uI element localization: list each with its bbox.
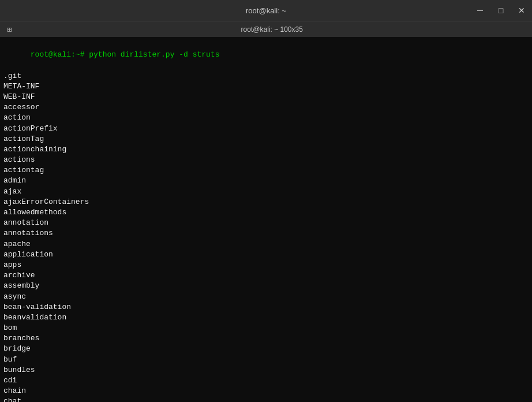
- list-item: accessor: [3, 102, 529, 113]
- prompt-line: root@kali:~# python dirlister.py -d stru…: [31, 50, 220, 59]
- list-item: buf: [3, 355, 529, 365]
- list-item: .git: [3, 71, 529, 81]
- list-item: action: [3, 113, 529, 123]
- list-item: chain: [3, 386, 529, 396]
- terminal-content: root@kali:~# python dirlister.py -d stru…: [3, 39, 529, 402]
- terminal-body[interactable]: root@kali:~# python dirlister.py -d stru…: [0, 37, 532, 402]
- list-item: branches: [3, 333, 529, 344]
- title-bar: root@kali: ~ ─ □ ✕: [0, 0, 532, 21]
- list-item: allowedmethods: [3, 207, 529, 218]
- list-item: annotations: [3, 228, 529, 239]
- list-item: apps: [3, 260, 529, 270]
- list-item: beanvalidation: [3, 312, 529, 323]
- close-button[interactable]: ✕: [511, 0, 532, 21]
- list-item: actionchaining: [3, 144, 529, 155]
- list-item: cdi: [3, 375, 529, 386]
- list-item: ajaxErrorContainers: [3, 197, 529, 207]
- list-item: bean-validation: [3, 302, 529, 312]
- list-item: bundles: [3, 365, 529, 375]
- maximize-button[interactable]: □: [490, 0, 511, 21]
- list-item: annotation: [3, 218, 529, 228]
- terminal-lines: .gitMETA-INFWEB-INFaccessoractionactionP…: [3, 71, 529, 402]
- menu-icon: ⊞: [5, 24, 14, 35]
- list-item: chat: [3, 396, 529, 402]
- menu-bar: ⊞ root@kali: ~ 100x35: [0, 21, 532, 37]
- window-title: root@kali: ~: [246, 6, 286, 15]
- list-item: assembly: [3, 281, 529, 291]
- list-item: actions: [3, 155, 529, 165]
- list-item: apache: [3, 239, 529, 250]
- list-item: WEB-INF: [3, 92, 529, 102]
- list-item: async: [3, 292, 529, 302]
- window-controls: ─ □ ✕: [470, 0, 532, 21]
- menu-bar-title: root@kali: ~ 100x35: [16, 25, 527, 34]
- minimize-button[interactable]: ─: [470, 0, 490, 21]
- list-item: bridge: [3, 344, 529, 354]
- list-item: actionPrefix: [3, 124, 529, 134]
- list-item: application: [3, 250, 529, 260]
- list-item: actionTag: [3, 134, 529, 144]
- list-item: archive: [3, 270, 529, 281]
- list-item: bom: [3, 323, 529, 333]
- terminal-window: root@kali: ~ ─ □ ✕ ⊞ root@kali: ~ 100x35…: [0, 0, 532, 402]
- list-item: admin: [3, 176, 529, 186]
- list-item: ajax: [3, 187, 529, 197]
- list-item: META-INF: [3, 81, 529, 92]
- list-item: actiontag: [3, 165, 529, 176]
